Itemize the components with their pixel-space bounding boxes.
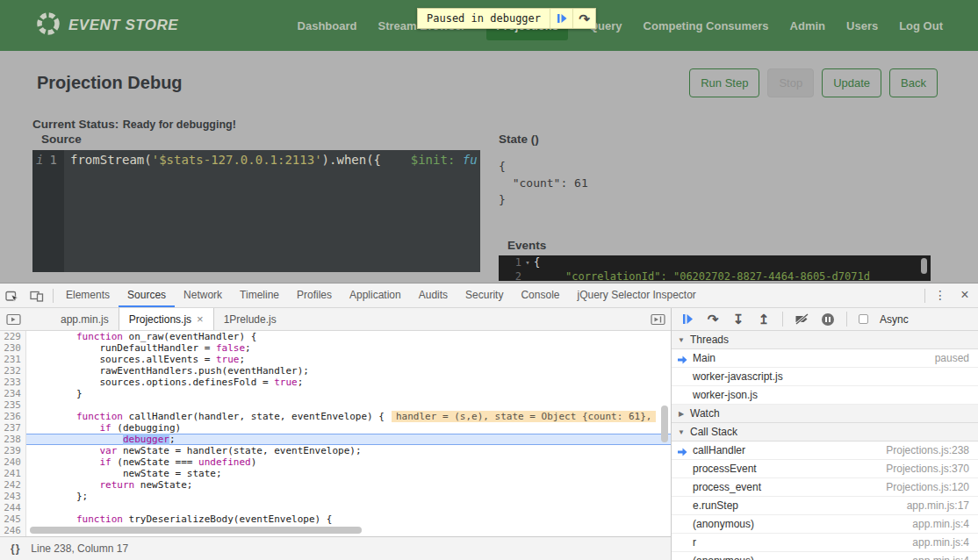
brand[interactable]: EVENT STORE	[35, 11, 178, 40]
show-debugger-sidebar-icon[interactable]	[644, 308, 671, 330]
code-text[interactable]: if (newState === undefined)	[26, 456, 671, 468]
line-number-gutter[interactable]: 242	[0, 479, 26, 491]
code-text[interactable]: runDefaultHandler = false;	[26, 342, 671, 354]
devtools-close-icon[interactable]: ×	[952, 284, 978, 307]
threads-section-header[interactable]: ▼ Threads	[672, 331, 978, 349]
line-number-gutter[interactable]: 237	[0, 422, 26, 434]
fold-arrow-icon[interactable]: ▾	[521, 255, 534, 269]
code-text[interactable]: }	[26, 388, 671, 399]
line-number-gutter[interactable]: 230	[0, 342, 26, 354]
horizontal-scrollbar-thumb[interactable]	[30, 527, 362, 534]
code-text[interactable]	[26, 399, 671, 411]
devtools-tab-profiles[interactable]: Profiles	[288, 284, 341, 307]
show-navigator-icon[interactable]	[0, 308, 26, 330]
line-number-gutter[interactable]: 233	[0, 377, 26, 388]
line-number-gutter[interactable]: 239	[0, 445, 26, 456]
code-text[interactable]: function on_raw(eventHandler) {	[26, 331, 671, 342]
devtools-tab-audits[interactable]: Audits	[410, 284, 457, 307]
step-out-button[interactable]: ↥	[757, 312, 771, 326]
devtools-tab-console[interactable]: Console	[512, 284, 568, 307]
nav-item-users[interactable]: Users	[846, 19, 878, 32]
thread-worker-javascript-js[interactable]: worker-javascript.js	[672, 368, 978, 386]
nav-item-competing-consumers[interactable]: Competing Consumers	[644, 19, 769, 32]
thread-main[interactable]: Mainpaused	[672, 349, 978, 368]
events-code-text[interactable]: "correlationId": "06202702-8827-4464-860…	[534, 269, 870, 281]
deactivate-breakpoints-button[interactable]	[795, 313, 809, 325]
code-text[interactable]: rawEventHandlers.push(eventHandler);	[26, 365, 671, 377]
devtools-tab-jquery-selector-inspector[interactable]: jQuery Selector Inspector	[568, 284, 704, 307]
step-into-button[interactable]: ↧	[731, 312, 745, 326]
line-number-gutter[interactable]: 241	[0, 468, 26, 479]
pretty-print-icon[interactable]: {}	[11, 542, 20, 555]
devtools-tab-network[interactable]: Network	[175, 284, 231, 307]
editor-status-bar: {} Line 238, Column 17	[0, 536, 671, 560]
code-text[interactable]: if (debugging)	[26, 422, 671, 434]
events-code-text[interactable]: {	[534, 255, 540, 269]
stack-frame-process-event[interactable]: process_eventProjections.js:120	[672, 478, 978, 497]
code-text[interactable]: newState = state;	[26, 468, 671, 479]
line-number-gutter[interactable]: 229	[0, 331, 26, 342]
line-number-gutter[interactable]: 236	[0, 411, 26, 422]
pause-on-exceptions-button[interactable]	[821, 313, 835, 326]
code-text[interactable]	[26, 525, 671, 536]
code-text[interactable]	[26, 502, 671, 513]
events-scrollbar-thumb[interactable]	[921, 258, 927, 274]
devtools-tab-application[interactable]: Application	[341, 284, 410, 307]
device-toolbar-icon[interactable]	[25, 284, 49, 307]
code-text[interactable]: function callHandler(handler, state, eve…	[26, 411, 671, 422]
code-text[interactable]: sources.allEvents = true;	[26, 354, 671, 365]
inspect-element-icon[interactable]	[0, 284, 25, 307]
devtools-menu-icon[interactable]: ⋮	[929, 284, 952, 307]
stack-frame-processevent[interactable]: processEventProjections.js:370	[672, 460, 978, 478]
stack-frame-e-runstep[interactable]: e.runStepapp.min.js:17	[672, 497, 978, 515]
line-number-gutter[interactable]: 238	[0, 434, 26, 445]
code-line-245: 245 function tryDeserializeBody(eventEnv…	[0, 513, 671, 525]
nav-item-dashboard[interactable]: Dashboard	[298, 19, 357, 32]
call-stack-section-header[interactable]: ▼ Call Stack	[672, 423, 978, 442]
stack-frame-r[interactable]: rapp.min.js:4	[672, 534, 978, 552]
line-number-gutter[interactable]: 245	[0, 513, 26, 525]
step-over-button[interactable]: ↷	[706, 312, 720, 326]
banner-resume-button[interactable]	[550, 9, 572, 28]
line-number-gutter[interactable]: 243	[0, 491, 26, 502]
line-number-gutter[interactable]: 231	[0, 354, 26, 365]
code-text[interactable]: };	[26, 491, 671, 502]
code-text[interactable]: var newState = handler(state, eventEnvel…	[26, 445, 671, 456]
file-tab-1prelude-js[interactable]: 1Prelude.js	[214, 308, 286, 330]
thread-worker-json-js[interactable]: worker-json.js	[672, 386, 978, 405]
close-tab-icon[interactable]: ×	[197, 309, 204, 330]
banner-step-over-button[interactable]: ↷	[572, 9, 595, 28]
code-text[interactable]: return newState;	[26, 479, 671, 491]
events-editor[interactable]: 1▾{2 "correlationId": "06202702-8827-446…	[499, 255, 931, 281]
watch-section-header[interactable]: ▶ Watch	[672, 405, 978, 423]
event-store-logo-icon	[35, 11, 61, 40]
code-text[interactable]: debugger;	[26, 434, 671, 445]
devtools-tab-sources[interactable]: Sources	[119, 284, 175, 307]
run-step-button[interactable]: Run Step	[689, 68, 759, 97]
nav-item-log-out[interactable]: Log Out	[899, 19, 943, 32]
file-tab-projections-js[interactable]: Projections.js×	[119, 308, 214, 330]
async-checkbox[interactable]	[859, 314, 868, 324]
code-text[interactable]: sources.options.definesFold = true;	[26, 377, 671, 388]
devtools-tab-timeline[interactable]: Timeline	[231, 284, 288, 307]
line-number-gutter[interactable]: 244	[0, 502, 26, 513]
update-button[interactable]: Update	[822, 68, 881, 97]
line-number-gutter[interactable]: 235	[0, 399, 26, 411]
code-text[interactable]: function tryDeserializeBody(eventEnvelop…	[26, 513, 671, 525]
source-editor[interactable]: i 1 fromStream('$stats-127.0.0.1:2113').…	[32, 150, 480, 272]
vertical-scrollbar-thumb[interactable]	[661, 406, 668, 442]
line-number-gutter[interactable]: 234	[0, 388, 26, 399]
devtools-tab-security[interactable]: Security	[457, 284, 512, 307]
stack-frame-callhandler[interactable]: callHandlerProjections.js:238	[672, 442, 978, 460]
back-button[interactable]: Back	[889, 68, 938, 97]
source-code-line[interactable]: fromStream('$stats-127.0.0.1:2113').when…	[64, 150, 478, 272]
file-tab-app-min-js[interactable]: app.min.js	[51, 308, 119, 330]
stack-frame-anonymous[interactable]: (anonymous)app.min.js:4	[672, 552, 978, 560]
nav-item-admin[interactable]: Admin	[790, 19, 825, 32]
line-number-gutter[interactable]: 246	[0, 525, 26, 536]
resume-button[interactable]	[680, 313, 694, 325]
line-number-gutter[interactable]: 232	[0, 365, 26, 377]
devtools-tab-elements[interactable]: Elements	[57, 284, 119, 307]
line-number-gutter[interactable]: 240	[0, 456, 26, 468]
stack-frame-anonymous[interactable]: (anonymous)app.min.js:4	[672, 515, 978, 534]
